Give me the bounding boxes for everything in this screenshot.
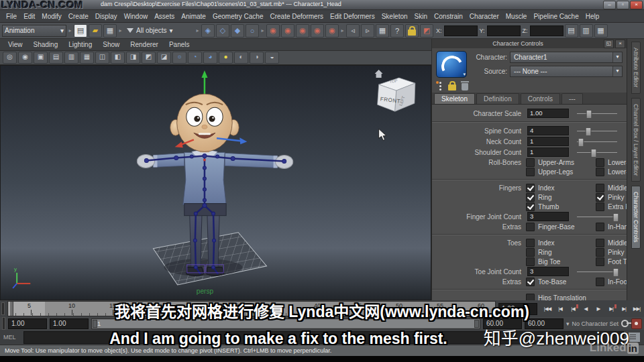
resolution-gate-icon[interactable]: ◧ [111,52,125,64]
checkbox-finger-middle[interactable]: Middle [596,184,627,192]
open-scene-icon[interactable]: ▰ [89,24,102,38]
collapse-divider[interactable]: ▸ [195,27,200,34]
character-select[interactable]: Character1 ▾ [510,52,623,63]
menu-set-selector[interactable]: Animation ▾ [2,25,66,37]
animation-start-field[interactable]: 1.00 [50,318,89,329]
checkbox-in-foot-joints[interactable]: In-Foot Joints [596,278,627,286]
menu-create-deformers[interactable]: Create Deformers [267,11,327,21]
y-input[interactable] [487,25,521,36]
time-slider-track[interactable]: 5 10 15 20 25 30 35 40 45 50 55 60 [7,301,496,316]
checkbox-finger-thumb[interactable]: Thumb [526,202,596,211]
checkbox-finger-base[interactable]: Finger-Base [526,223,596,231]
checkbox-lower-arms[interactable]: Lower-Arms [596,158,627,167]
lock-camera-icon[interactable]: ◉ [18,52,32,64]
checkbox-icon[interactable] [596,184,604,192]
pin-icon[interactable]: ◱ [604,40,614,48]
animation-end-field[interactable]: 60.00 [483,318,522,329]
menu-constrain[interactable]: Constrain [431,11,466,21]
checkbox-foot-thumb[interactable]: Foot Thumb [596,257,627,266]
close-icon[interactable]: × [615,40,625,48]
checkbox-in-hand-joints[interactable]: In-Hand Joints [596,223,627,231]
checkbox-finger-pinky[interactable]: Pinky [596,193,627,202]
neck-count-field[interactable]: 1 [527,137,569,146]
checkbox-icon[interactable] [596,248,604,257]
shadows-icon[interactable]: ◐ [234,52,248,64]
wireframe-mode-icon[interactable]: ○ [172,52,186,64]
go-to-start-button[interactable]: |◀◀ [541,303,553,314]
checkbox-icon[interactable] [526,168,535,176]
construction-history-icon[interactable]: ▦ [376,24,389,38]
menu-pipeline-cache[interactable]: Pipeline Cache [530,11,582,21]
menu-geometry-cache[interactable]: Geometry Cache [209,11,267,21]
checkbox-icon[interactable] [526,248,535,257]
character-scale-field[interactable]: 1.00 [527,109,569,118]
checkbox-lower-legs[interactable]: Lower-Legs [596,168,627,176]
checkbox-upper-arms[interactable]: Upper-Arms [526,158,596,167]
checkbox-icon[interactable] [596,193,604,202]
script-editor-icon[interactable] [628,332,641,343]
playback-end-field[interactable]: 60.00 [525,318,564,329]
panel-menu-show[interactable]: Show [97,40,125,49]
checkbox-icon[interactable] [596,158,604,167]
checkbox-toe-base[interactable]: Toe-Base [526,278,596,286]
neck-count-slider[interactable] [577,141,617,142]
checkbox-icon[interactable] [596,257,604,266]
checkbox-hips-translation[interactable]: Hips Translation [526,294,596,301]
shaded-mode-icon[interactable]: ◔ [188,52,202,64]
snap-to-view-planes-icon[interactable]: ◉ [325,24,339,38]
safe-action-icon[interactable]: ◩ [142,52,156,64]
checkbox-icon[interactable] [526,193,535,202]
range-slider-range[interactable] [93,320,479,328]
checkbox-icon[interactable] [596,278,604,286]
lasso-select-icon[interactable]: ○ [246,24,259,38]
menu-help[interactable]: Help [582,11,603,21]
attribute-editor-toggle-icon[interactable]: ▤ [565,24,578,38]
tab-controls[interactable]: Controls [521,93,560,104]
snap-to-points-icon[interactable]: ◉ [296,24,309,38]
checkbox-big-toe[interactable]: Big Toe [526,257,596,266]
bookmark-icon[interactable]: ▤ [49,52,63,64]
output-connections-icon[interactable]: ▹ [361,24,374,38]
range-handle-right[interactable] [474,320,479,328]
hik-logo-icon[interactable]: ▾ [436,51,467,78]
shoulder-count-slider[interactable] [577,152,617,153]
tool-settings-toggle-icon[interactable]: ▥ [580,24,593,38]
checkbox-toe-pinky[interactable]: Pinky [596,248,627,257]
checkbox-icon[interactable] [526,239,535,247]
grid-toggle-icon[interactable]: ▦ [80,52,94,64]
checkbox-icon[interactable] [526,158,535,167]
help-icon[interactable]: ? [390,24,404,38]
panel-menu-view[interactable]: View [3,40,28,49]
menu-create[interactable]: Create [65,11,92,21]
spine-count-slider[interactable] [577,131,617,131]
play-forwards-button[interactable]: ▶ [592,303,604,314]
menu-edit[interactable]: Edit [20,11,38,21]
checkbox-icon[interactable] [526,257,535,266]
menu-skin[interactable]: Skin [411,11,431,21]
select-hierarchy-icon[interactable]: ◈ [201,24,215,38]
film-gate-icon[interactable]: ◫ [95,52,109,64]
new-scene-icon[interactable]: ▤ [74,24,87,38]
collapse-divider[interactable]: ▸ [118,27,123,34]
panel-menu-renderer[interactable]: Renderer [125,40,164,49]
checkbox-extra-finger[interactable]: Extra Finger [596,202,627,211]
checkbox-icon[interactable] [526,278,535,286]
range-handle-left[interactable] [93,320,97,328]
chevron-down-icon[interactable]: ▾ [566,320,570,327]
channel-box-toggle-icon[interactable]: ▦ [594,24,608,38]
close-button[interactable]: × [630,1,643,9]
previous-key-button[interactable]: |◀ [567,303,579,314]
checkbox-icon[interactable] [596,202,604,211]
maximize-button[interactable]: ▫ [616,1,629,9]
command-language-label[interactable]: MEL [3,334,19,341]
safe-title-icon[interactable]: ◪ [157,52,171,64]
textured-mode-icon[interactable]: ◕ [203,52,217,64]
character-set-selector[interactable]: No Character Set [572,320,619,327]
selection-mask-dropdown[interactable]: All objects ▾ [124,25,194,36]
select-object-icon[interactable]: ◇ [216,24,229,38]
checkbox-icon[interactable] [526,202,535,211]
menu-character[interactable]: Character [466,11,502,21]
spine-count-field[interactable]: 4 [527,126,569,135]
auto-keyframe-toggle-icon[interactable] [631,318,642,329]
mel-command-input[interactable] [23,331,624,344]
